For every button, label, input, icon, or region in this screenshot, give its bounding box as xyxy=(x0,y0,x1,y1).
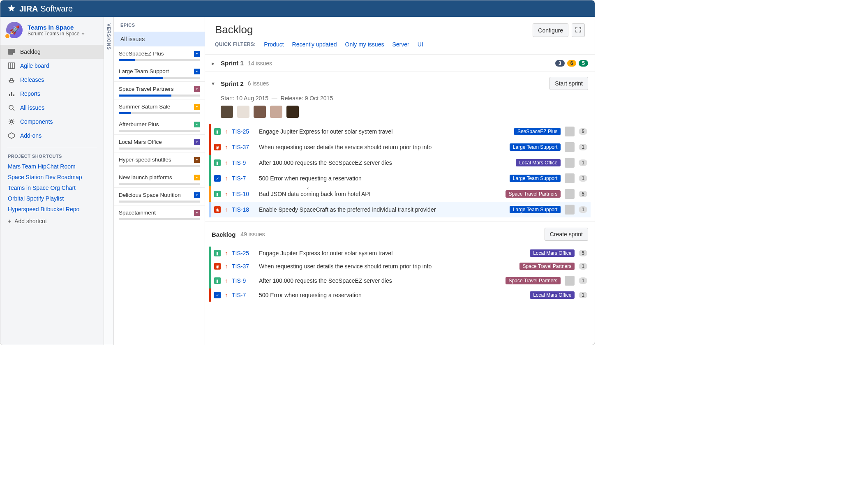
issue-row[interactable]: ▮↑TIS-9After 100,000 requests the SeeSpa… xyxy=(209,273,591,288)
add-shortcut[interactable]: +Add shortcut xyxy=(0,215,104,228)
chevron-down-icon[interactable] xyxy=(194,210,200,216)
epic-tag[interactable]: Local Mars Office xyxy=(530,291,575,299)
epic-tag[interactable]: Large Team Support xyxy=(510,175,561,182)
epic-item[interactable]: Delicious Space Nutrition xyxy=(114,188,205,205)
epic-item[interactable]: New launch platforms xyxy=(114,170,205,188)
epic-tag[interactable]: Large Team Support xyxy=(510,143,561,151)
chevron-down-icon[interactable] xyxy=(194,51,200,57)
sidebar-item-all-issues[interactable]: All issues xyxy=(0,101,104,115)
epic-item[interactable]: Spacetainment xyxy=(114,205,205,223)
epic-tag[interactable]: Space Travel Partners xyxy=(506,277,561,284)
epic-tag[interactable]: Local Mars Office xyxy=(530,249,575,257)
shortcut-link[interactable]: Orbital Spotify Playlist xyxy=(0,193,104,204)
chevron-down-icon[interactable] xyxy=(194,192,200,198)
issue-row[interactable]: ✓↑TIS-7500 Error when requesting a reser… xyxy=(209,171,591,186)
issue-key[interactable]: TIS-25 xyxy=(232,128,255,135)
shortcut-link[interactable]: Hyperspeed Bitbucket Repo xyxy=(0,204,104,215)
sidebar-item-components[interactable]: Components xyxy=(0,115,104,129)
chevron-down-icon[interactable] xyxy=(194,104,200,110)
epic-all-issues[interactable]: All issues xyxy=(114,32,205,46)
sprint-2-name[interactable]: Sprint 2 xyxy=(221,80,244,87)
issue-key[interactable]: TIS-18 xyxy=(232,206,255,213)
issue-summary[interactable]: Bad JSON data coming back from hotel API xyxy=(259,191,501,197)
issue-key[interactable]: TIS-7 xyxy=(232,292,255,298)
issue-summary[interactable]: 500 Error when requesting a reservation xyxy=(259,175,506,182)
issue-row[interactable]: ◉↑TIS-37When requesting user details the… xyxy=(209,260,591,273)
quick-filter[interactable]: Server xyxy=(392,41,409,48)
chevron-down-icon[interactable] xyxy=(194,69,200,74)
issue-key[interactable]: TIS-9 xyxy=(232,159,255,166)
avatar[interactable] xyxy=(270,106,282,118)
sidebar-item-releases[interactable]: Releases xyxy=(0,73,104,87)
epic-tag[interactable]: Space Travel Partners xyxy=(519,263,575,270)
start-sprint-button[interactable]: Start sprint xyxy=(549,77,588,90)
epic-item[interactable]: Afterburner Plus xyxy=(114,117,205,135)
sidebar-item-reports[interactable]: Reports xyxy=(0,87,104,101)
epic-item[interactable]: SeeSpaceEZ Plus xyxy=(114,46,205,64)
sidebar-item-addons[interactable]: Add-ons xyxy=(0,129,104,143)
project-subtitle[interactable]: Scrum: Teams in Space xyxy=(28,31,85,37)
issue-key[interactable]: TIS-7 xyxy=(232,175,255,182)
fullscreen-button[interactable] xyxy=(572,23,585,37)
issue-row[interactable]: ✓↑TIS-7500 Error when requesting a reser… xyxy=(209,288,591,302)
issue-summary[interactable]: Engage Jupiter Express for outer solar s… xyxy=(259,128,510,135)
quick-filter[interactable]: Product xyxy=(264,41,284,48)
epic-item[interactable]: Summer Saturn Sale xyxy=(114,99,205,117)
issue-key[interactable]: TIS-25 xyxy=(232,250,255,256)
avatar[interactable] xyxy=(565,127,575,136)
chevron-down-icon[interactable] xyxy=(194,175,200,180)
avatar[interactable] xyxy=(565,158,575,168)
issue-row[interactable]: ▮↑TIS-25Engage Jupiter Express for outer… xyxy=(209,247,591,260)
versions-panel-collapsed[interactable]: VERSIONS xyxy=(104,17,114,345)
sprint-1-name[interactable]: Sprint 1 xyxy=(221,60,244,67)
issue-summary[interactable]: 500 Error when requesting a reservation xyxy=(259,292,526,298)
issue-key[interactable]: TIS-9 xyxy=(232,277,255,284)
epic-tag[interactable]: SeeSpaceEZ Plus xyxy=(514,128,561,135)
shortcut-link[interactable]: Teams in Space Org Chart xyxy=(0,182,104,193)
avatar[interactable] xyxy=(565,142,575,152)
chevron-down-icon[interactable]: ▾ xyxy=(212,80,217,87)
avatar[interactable] xyxy=(221,106,233,118)
quick-filter[interactable]: Recently updated xyxy=(292,41,337,48)
epic-item[interactable]: Local Mars Office xyxy=(114,135,205,152)
create-sprint-button[interactable]: Create sprint xyxy=(545,228,588,241)
issue-summary[interactable]: Enable Speedy SpaceCraft as the preferre… xyxy=(259,206,506,213)
issue-key[interactable]: TIS-10 xyxy=(232,191,255,197)
shortcut-link[interactable]: Space Station Dev Roadmap xyxy=(0,172,104,182)
epic-tag[interactable]: Local Mars Office xyxy=(516,159,561,166)
avatar[interactable] xyxy=(565,189,575,199)
shortcut-link[interactable]: Mars Team HipChat Room xyxy=(0,161,104,172)
issue-summary[interactable]: After 100,000 requests the SeeSpaceEZ se… xyxy=(259,159,512,166)
issue-summary[interactable]: After 100,000 requests the SeeSpaceEZ se… xyxy=(259,277,501,284)
epic-tag[interactable]: Space Travel Partners xyxy=(506,190,561,198)
avatar[interactable] xyxy=(254,106,266,118)
sidebar-item-backlog[interactable]: Backlog xyxy=(0,45,104,59)
chevron-right-icon[interactable]: ▸ xyxy=(212,60,217,67)
chevron-down-icon[interactable] xyxy=(194,122,200,127)
quick-filter[interactable]: Only my issues xyxy=(345,41,384,48)
collapse-epics-icon[interactable]: ‹ xyxy=(307,185,309,191)
issue-row[interactable]: ▮↑TIS-10Bad JSON data coming back from h… xyxy=(209,186,591,202)
issue-summary[interactable]: Engage Jupiter Express for outer solar s… xyxy=(259,250,526,256)
avatar[interactable] xyxy=(565,276,575,286)
configure-button[interactable]: Configure xyxy=(533,23,568,37)
issue-row[interactable]: ▮↑TIS-25Engage Jupiter Express for outer… xyxy=(209,124,591,139)
epic-item[interactable]: Hyper-speed shuttles xyxy=(114,152,205,170)
issue-summary[interactable]: When requesting user details the service… xyxy=(259,263,515,270)
epic-item[interactable]: Space Travel Partners xyxy=(114,82,205,99)
sidebar-item-agile-board[interactable]: Agile board xyxy=(0,59,104,73)
chevron-down-icon[interactable] xyxy=(194,86,200,92)
project-header[interactable]: Teams in Space Scrum: Teams in Space xyxy=(0,17,104,42)
issue-summary[interactable]: When requesting user details the service… xyxy=(259,144,506,150)
avatar[interactable] xyxy=(565,205,575,215)
chevron-down-icon[interactable] xyxy=(194,157,200,163)
avatar[interactable] xyxy=(565,173,575,183)
avatar[interactable] xyxy=(237,106,249,118)
issue-row[interactable]: ▮↑TIS-9After 100,000 requests the SeeSpa… xyxy=(209,155,591,171)
chevron-down-icon[interactable] xyxy=(194,139,200,145)
avatar[interactable] xyxy=(286,106,299,118)
quick-filter[interactable]: UI xyxy=(418,41,423,48)
issue-key[interactable]: TIS-37 xyxy=(232,263,255,270)
project-name[interactable]: Teams in Space xyxy=(28,24,85,31)
issue-row[interactable]: ◉↑TIS-18Enable Speedy SpaceCraft as the … xyxy=(209,202,591,217)
